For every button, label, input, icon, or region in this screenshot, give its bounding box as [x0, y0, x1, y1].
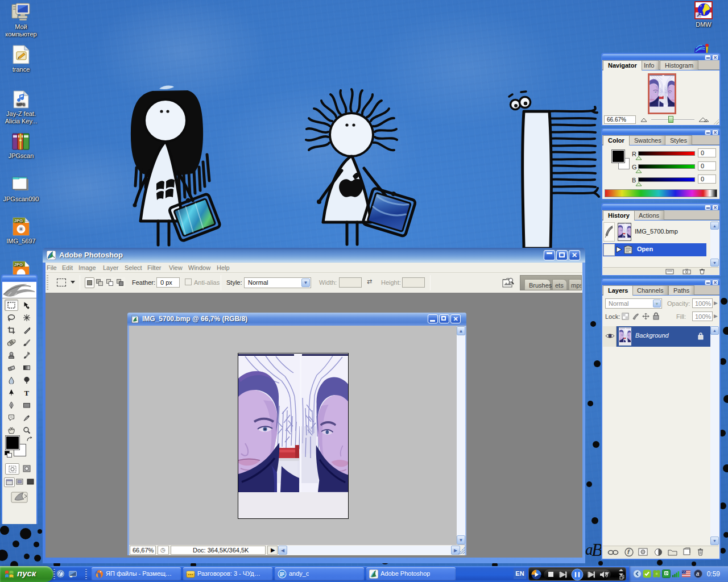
- svg-text:JPG: JPG: [14, 218, 23, 223]
- svg-text:f: f: [627, 548, 630, 555]
- svg-text:MP3: MP3: [16, 102, 25, 106]
- svg-text:T: T: [24, 389, 30, 396]
- svg-text:JPG: JPG: [14, 262, 23, 267]
- svg-text:a: a: [696, 571, 700, 577]
